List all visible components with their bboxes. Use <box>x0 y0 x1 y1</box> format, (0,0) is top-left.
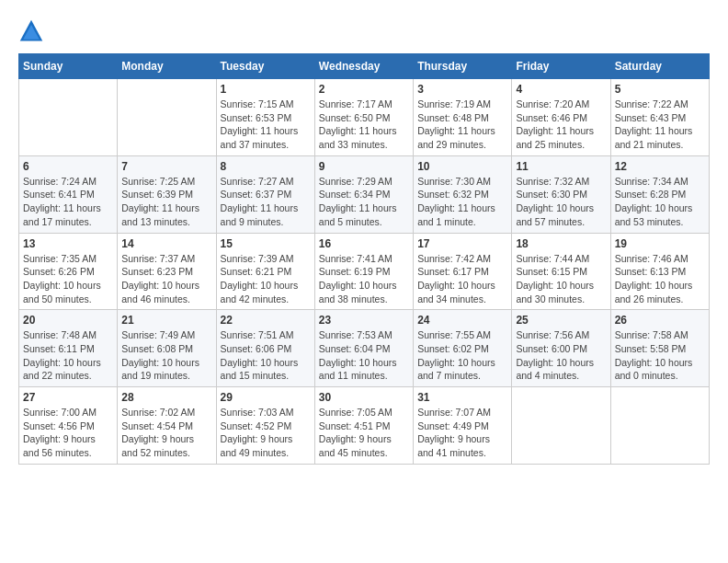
day-number: 9 <box>319 160 409 173</box>
calendar-header-row: SundayMondayTuesdayWednesdayThursdayFrid… <box>19 54 710 79</box>
day-info: Sunrise: 7:46 AM Sunset: 6:13 PM Dayligh… <box>615 252 705 306</box>
calendar-day-cell: 6Sunrise: 7:24 AM Sunset: 6:41 PM Daylig… <box>19 155 118 233</box>
day-number: 24 <box>417 314 507 327</box>
day-number: 29 <box>221 391 311 404</box>
day-info: Sunrise: 7:27 AM Sunset: 6:37 PM Dayligh… <box>221 175 311 229</box>
calendar-day-cell: 24Sunrise: 7:55 AM Sunset: 6:02 PM Dayli… <box>414 310 512 387</box>
calendar-day-cell: 28Sunrise: 7:02 AM Sunset: 4:54 PM Dayli… <box>118 387 216 465</box>
day-info: Sunrise: 7:17 AM Sunset: 6:50 PM Dayligh… <box>319 98 409 152</box>
day-info: Sunrise: 7:41 AM Sunset: 6:19 PM Dayligh… <box>319 252 409 306</box>
day-info: Sunrise: 7:24 AM Sunset: 6:41 PM Dayligh… <box>23 175 113 229</box>
day-number: 22 <box>221 314 311 327</box>
day-number: 6 <box>23 160 113 173</box>
calendar-day-cell: 13Sunrise: 7:35 AM Sunset: 6:26 PM Dayli… <box>19 233 118 310</box>
calendar-day-cell: 23Sunrise: 7:53 AM Sunset: 6:04 PM Dayli… <box>314 310 413 387</box>
calendar-day-cell: 1Sunrise: 7:15 AM Sunset: 6:53 PM Daylig… <box>216 79 314 156</box>
logo <box>18 18 48 44</box>
day-info: Sunrise: 7:37 AM Sunset: 6:23 PM Dayligh… <box>121 252 211 306</box>
calendar-day-cell <box>19 79 118 156</box>
weekday-header: Sunday <box>19 54 118 79</box>
calendar-day-cell: 14Sunrise: 7:37 AM Sunset: 6:23 PM Dayli… <box>118 233 216 310</box>
day-info: Sunrise: 7:05 AM Sunset: 4:51 PM Dayligh… <box>319 406 409 460</box>
day-number: 20 <box>23 314 113 327</box>
day-number: 1 <box>221 83 311 96</box>
calendar-day-cell: 22Sunrise: 7:51 AM Sunset: 6:06 PM Dayli… <box>216 310 314 387</box>
day-number: 16 <box>319 237 409 250</box>
calendar-day-cell: 8Sunrise: 7:27 AM Sunset: 6:37 PM Daylig… <box>216 155 314 233</box>
day-number: 14 <box>121 237 211 250</box>
calendar-week-row: 1Sunrise: 7:15 AM Sunset: 6:53 PM Daylig… <box>19 79 710 156</box>
day-number: 10 <box>417 160 507 173</box>
day-number: 5 <box>615 83 705 96</box>
weekday-header: Tuesday <box>216 54 314 79</box>
calendar-day-cell: 31Sunrise: 7:07 AM Sunset: 4:49 PM Dayli… <box>414 387 512 465</box>
calendar-day-cell: 10Sunrise: 7:30 AM Sunset: 6:32 PM Dayli… <box>414 155 512 233</box>
day-number: 15 <box>221 237 311 250</box>
day-info: Sunrise: 7:55 AM Sunset: 6:02 PM Dayligh… <box>417 328 507 383</box>
calendar-day-cell: 12Sunrise: 7:34 AM Sunset: 6:28 PM Dayli… <box>610 155 709 233</box>
day-number: 19 <box>615 237 705 250</box>
calendar-week-row: 13Sunrise: 7:35 AM Sunset: 6:26 PM Dayli… <box>19 233 710 310</box>
calendar-day-cell: 21Sunrise: 7:49 AM Sunset: 6:08 PM Dayli… <box>118 310 216 387</box>
day-info: Sunrise: 7:15 AM Sunset: 6:53 PM Dayligh… <box>221 98 311 152</box>
day-number: 4 <box>516 83 606 96</box>
day-number: 13 <box>23 237 113 250</box>
day-info: Sunrise: 7:34 AM Sunset: 6:28 PM Dayligh… <box>615 175 705 229</box>
calendar-day-cell: 18Sunrise: 7:44 AM Sunset: 6:15 PM Dayli… <box>512 233 610 310</box>
day-info: Sunrise: 7:56 AM Sunset: 6:00 PM Dayligh… <box>516 328 606 383</box>
calendar-day-cell: 30Sunrise: 7:05 AM Sunset: 4:51 PM Dayli… <box>314 387 413 465</box>
day-info: Sunrise: 7:03 AM Sunset: 4:52 PM Dayligh… <box>221 406 311 460</box>
day-number: 18 <box>516 237 606 250</box>
day-number: 26 <box>615 314 705 327</box>
weekday-header: Saturday <box>610 54 709 79</box>
day-info: Sunrise: 7:19 AM Sunset: 6:48 PM Dayligh… <box>417 98 507 152</box>
day-number: 21 <box>121 314 211 327</box>
calendar-day-cell <box>512 387 610 465</box>
calendar-day-cell: 9Sunrise: 7:29 AM Sunset: 6:34 PM Daylig… <box>314 155 413 233</box>
calendar-day-cell <box>118 79 216 156</box>
weekday-header: Friday <box>512 54 610 79</box>
day-info: Sunrise: 7:07 AM Sunset: 4:49 PM Dayligh… <box>417 406 507 460</box>
calendar-day-cell: 11Sunrise: 7:32 AM Sunset: 6:30 PM Dayli… <box>512 155 610 233</box>
calendar-day-cell: 4Sunrise: 7:20 AM Sunset: 6:46 PM Daylig… <box>512 79 610 156</box>
day-info: Sunrise: 7:02 AM Sunset: 4:54 PM Dayligh… <box>121 406 211 460</box>
weekday-header: Thursday <box>414 54 512 79</box>
day-info: Sunrise: 7:58 AM Sunset: 5:58 PM Dayligh… <box>615 328 705 383</box>
day-info: Sunrise: 7:48 AM Sunset: 6:11 PM Dayligh… <box>23 328 113 383</box>
day-info: Sunrise: 7:32 AM Sunset: 6:30 PM Dayligh… <box>516 175 606 229</box>
day-number: 8 <box>221 160 311 173</box>
day-info: Sunrise: 7:22 AM Sunset: 6:43 PM Dayligh… <box>615 98 705 152</box>
calendar-day-cell: 2Sunrise: 7:17 AM Sunset: 6:50 PM Daylig… <box>314 79 413 156</box>
day-number: 28 <box>121 391 211 404</box>
day-info: Sunrise: 7:30 AM Sunset: 6:32 PM Dayligh… <box>417 175 507 229</box>
calendar-day-cell: 26Sunrise: 7:58 AM Sunset: 5:58 PM Dayli… <box>610 310 709 387</box>
day-info: Sunrise: 7:35 AM Sunset: 6:26 PM Dayligh… <box>23 252 113 306</box>
calendar-day-cell <box>610 387 709 465</box>
day-info: Sunrise: 7:00 AM Sunset: 4:56 PM Dayligh… <box>23 406 113 460</box>
day-number: 2 <box>319 83 409 96</box>
calendar-day-cell: 3Sunrise: 7:19 AM Sunset: 6:48 PM Daylig… <box>414 79 512 156</box>
day-number: 25 <box>516 314 606 327</box>
day-number: 30 <box>319 391 409 404</box>
day-info: Sunrise: 7:25 AM Sunset: 6:39 PM Dayligh… <box>121 175 211 229</box>
calendar-week-row: 6Sunrise: 7:24 AM Sunset: 6:41 PM Daylig… <box>19 155 710 233</box>
calendar-day-cell: 27Sunrise: 7:00 AM Sunset: 4:56 PM Dayli… <box>19 387 118 465</box>
page-header <box>18 18 710 44</box>
day-number: 27 <box>23 391 113 404</box>
day-info: Sunrise: 7:42 AM Sunset: 6:17 PM Dayligh… <box>417 252 507 306</box>
calendar-day-cell: 7Sunrise: 7:25 AM Sunset: 6:39 PM Daylig… <box>118 155 216 233</box>
logo-icon <box>18 18 44 44</box>
day-number: 31 <box>417 391 507 404</box>
calendar-day-cell: 19Sunrise: 7:46 AM Sunset: 6:13 PM Dayli… <box>610 233 709 310</box>
calendar-day-cell: 17Sunrise: 7:42 AM Sunset: 6:17 PM Dayli… <box>414 233 512 310</box>
calendar-week-row: 20Sunrise: 7:48 AM Sunset: 6:11 PM Dayli… <box>19 310 710 387</box>
day-number: 12 <box>615 160 705 173</box>
day-info: Sunrise: 7:29 AM Sunset: 6:34 PM Dayligh… <box>319 175 409 229</box>
day-number: 3 <box>417 83 507 96</box>
calendar-day-cell: 25Sunrise: 7:56 AM Sunset: 6:00 PM Dayli… <box>512 310 610 387</box>
day-number: 17 <box>417 237 507 250</box>
calendar-day-cell: 15Sunrise: 7:39 AM Sunset: 6:21 PM Dayli… <box>216 233 314 310</box>
calendar-table: SundayMondayTuesdayWednesdayThursdayFrid… <box>18 53 710 465</box>
day-info: Sunrise: 7:49 AM Sunset: 6:08 PM Dayligh… <box>121 328 211 383</box>
day-info: Sunrise: 7:53 AM Sunset: 6:04 PM Dayligh… <box>319 328 409 383</box>
